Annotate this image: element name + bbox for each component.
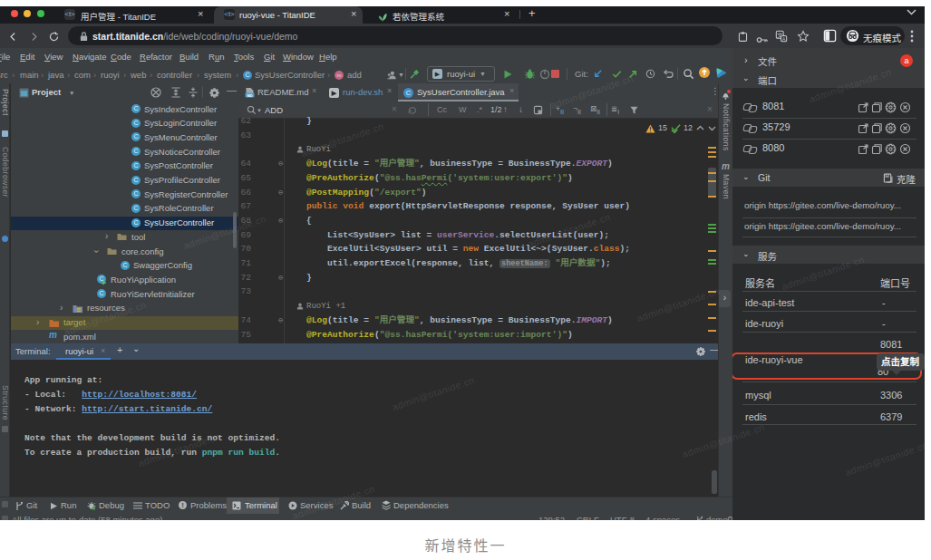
svg-text:MD: MD: [247, 94, 253, 98]
